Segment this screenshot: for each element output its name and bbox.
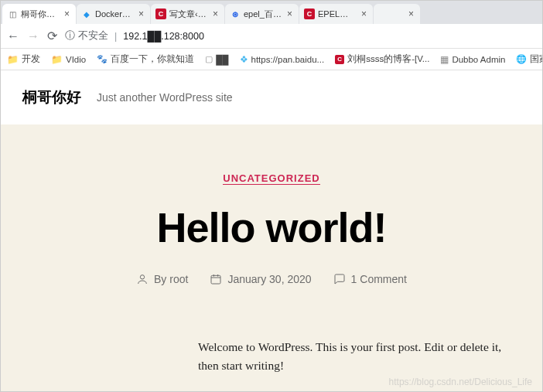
address-bar[interactable]: ⓘ 不安全 | 192.1██.128:8000 [65, 29, 536, 43]
insecure-label: 不安全 [78, 29, 108, 43]
tab-title: Docker常用命 [95, 9, 134, 20]
browser-tab[interactable]: ⊛ epel_百度搜索 × [225, 4, 299, 24]
tab-strip: ◫ 桐哥你好 – Ju × ◆ Docker常用命 × C 写文章‹CSDN ×… [1, 1, 542, 24]
user-icon [136, 273, 149, 285]
bookmark-item[interactable]: 🌐国家税务总局河北... [516, 53, 543, 65]
tab-title: epel_百度搜索 [244, 9, 282, 20]
date-meta[interactable]: January 30, 2020 [210, 273, 311, 285]
tab-title: 写文章‹CSDN [169, 9, 208, 20]
page-content: 桐哥你好 Just another WordPress site UNCATEG… [1, 70, 542, 392]
csdn-icon: C [335, 55, 344, 64]
close-icon[interactable]: × [285, 9, 294, 19]
back-button[interactable]: ← [7, 29, 19, 43]
browser-toolbar: ← → ⟳ ⓘ 不安全 | 192.1██.128:8000 [1, 24, 542, 49]
bookmark-item[interactable]: ▦Dubbo Admin [440, 54, 505, 65]
csdn-icon: C [304, 9, 315, 19]
calendar-icon [210, 273, 222, 285]
site-tagline: Just another WordPress site [97, 91, 233, 104]
globe-icon: ▢ [205, 54, 213, 64]
tab-title: 桐哥你好 – Ju [21, 9, 60, 20]
close-icon[interactable]: × [63, 9, 71, 19]
tab-title [378, 9, 404, 19]
browser-tab[interactable]: C 写文章‹CSDN × [151, 4, 224, 24]
bookmark-item[interactable]: 📁VIdio [51, 54, 86, 65]
globe-icon: 🌐 [516, 54, 527, 64]
close-icon[interactable]: × [137, 9, 145, 19]
url-text: 192.1██.128:8000 [123, 31, 204, 42]
bookmark-item[interactable]: 🐾百度一下，你就知道 [97, 53, 194, 65]
browser-tab[interactable]: ◫ 桐哥你好 – Ju × [2, 4, 76, 24]
post-title[interactable]: Hello world! [16, 203, 527, 251]
wordpress-icon: ◫ [7, 9, 18, 19]
post-body: Welcome to WordPress. This is your first… [198, 338, 523, 375]
dubbo-icon: ▦ [440, 54, 449, 65]
comment-icon [333, 273, 346, 285]
folder-icon: 📁 [7, 54, 19, 65]
close-icon[interactable]: × [211, 9, 220, 19]
close-icon[interactable]: × [407, 9, 415, 19]
folder-icon: 📁 [51, 54, 63, 65]
bookmark-item[interactable]: C刘桐ssss的博客-[V... [335, 53, 429, 65]
svg-rect-1 [211, 275, 220, 284]
bookmark-item[interactable]: 📁开发 [7, 53, 40, 65]
forward-button[interactable]: → [27, 29, 39, 43]
site-header: 桐哥你好 Just another WordPress site [1, 70, 542, 124]
security-indicator[interactable]: ⓘ 不安全 [65, 29, 108, 43]
link-icon: ❖ [240, 54, 248, 65]
bookmarks-bar: 📁开发 📁VIdio 🐾百度一下，你就知道 ▢██ ❖https://pan.b… [1, 49, 542, 70]
browser-tab[interactable]: ◆ Docker常用命 × [77, 4, 150, 24]
csdn-icon: C [155, 9, 166, 19]
svg-point-0 [140, 275, 144, 279]
baidu-icon: 🐾 [97, 54, 108, 64]
docker-icon: ◆ [81, 9, 92, 19]
comments-meta[interactable]: 1 Comment [333, 273, 407, 285]
baidu-icon: ⊛ [230, 9, 241, 19]
watermark: https://blog.csdn.net/Delicious_Life [389, 377, 532, 387]
site-title[interactable]: 桐哥你好 [22, 87, 81, 107]
author-meta[interactable]: By root [136, 273, 188, 285]
category-link[interactable]: UNCATEGORIZED [223, 172, 319, 185]
browser-tab[interactable]: × [374, 4, 420, 24]
bookmark-item[interactable]: ❖https://pan.baidu... [240, 54, 325, 65]
info-icon: ⓘ [65, 29, 75, 43]
post-hero: UNCATEGORIZED Hello world! By root Janua… [1, 124, 542, 316]
bookmark-item[interactable]: ▢██ [205, 54, 228, 64]
close-icon[interactable]: × [360, 9, 368, 19]
tab-title: EPEL源-是什么 [318, 9, 357, 20]
separator: | [114, 31, 117, 42]
post-meta: By root January 30, 2020 1 Comment [16, 273, 527, 285]
browser-tab[interactable]: C EPEL源-是什么 × [299, 4, 373, 24]
reload-button[interactable]: ⟳ [47, 29, 57, 43]
